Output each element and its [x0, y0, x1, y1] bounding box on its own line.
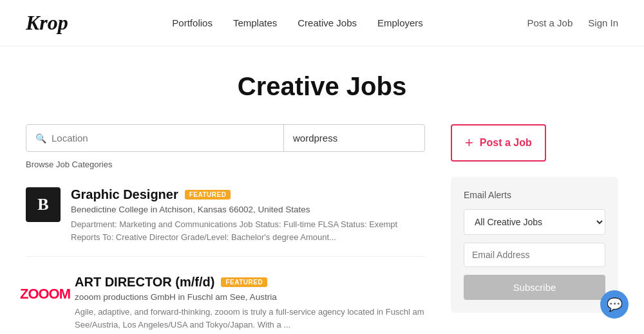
job-title[interactable]: Graphic Designer [71, 187, 178, 202]
job-description: Agile, adaptive, and forward-thinking, z… [75, 306, 425, 331]
content-layout: 🔍 Browse Job Categories B Graph [26, 124, 618, 334]
nav-links: Portfolios Templates Creative Jobs Emplo… [172, 17, 422, 28]
job-listings: B Graphic Designer FEATURED Benedictine … [26, 187, 425, 334]
company-logo-zooom: ZOOOM [26, 275, 64, 313]
post-job-label: Post a Job [480, 137, 532, 149]
featured-badge: FEATURED [221, 277, 267, 287]
job-company: Benedictine College in Atchison, Kansas … [71, 205, 425, 214]
post-job-button[interactable]: + Post a Job [451, 124, 546, 162]
email-address-input[interactable] [464, 243, 605, 267]
subscribe-button[interactable]: Subscribe [464, 275, 605, 300]
nav-employers[interactable]: Employers [377, 17, 423, 28]
job-content: Graphic Designer FEATURED Benedictine Co… [71, 187, 425, 243]
location-field-wrap[interactable]: 🔍 [26, 125, 284, 151]
email-alerts-dropdown[interactable]: All Creative Jobs Design UX/UI Motion Gr… [464, 209, 605, 235]
job-item: ZOOOM ART DIRECTOR (m/f/d) FEATURED zooo… [26, 275, 425, 334]
nav-creative-jobs[interactable]: Creative Jobs [298, 17, 357, 28]
page-title: Creative Jobs [26, 72, 618, 101]
company-logo-benedictine: B [26, 187, 61, 222]
keyword-field-wrap[interactable] [284, 125, 424, 151]
keyword-input[interactable] [284, 125, 424, 151]
email-alerts-box: Email Alerts All Creative Jobs Design UX… [451, 177, 618, 313]
nav-post-job[interactable]: Post a Job [527, 17, 573, 28]
job-title-row: Graphic Designer FEATURED [71, 187, 425, 202]
main-nav: Krop Portfolios Templates Creative Jobs … [0, 0, 644, 46]
chat-icon: 💬 [607, 297, 623, 312]
job-title[interactable]: ART DIRECTOR (m/f/d) [75, 275, 214, 290]
location-input[interactable] [52, 133, 274, 144]
nav-actions: Post a Job Sign In [527, 17, 618, 28]
job-content: ART DIRECTOR (m/f/d) FEATURED zooom prod… [75, 275, 425, 331]
job-title-row: ART DIRECTOR (m/f/d) FEATURED [75, 275, 425, 290]
zooom-logo-text: ZOOOM [20, 286, 70, 302]
email-alerts-title: Email Alerts [464, 190, 605, 200]
nav-portfolios[interactable]: Portfolios [172, 17, 213, 28]
job-item: B Graphic Designer FEATURED Benedictine … [26, 187, 425, 257]
main-content: Creative Jobs 🔍 Browse Job Categories [0, 46, 644, 334]
browse-job-categories-link[interactable]: Browse Job Categories [26, 160, 112, 169]
nav-sign-in[interactable]: Sign In [588, 17, 618, 28]
left-column: 🔍 Browse Job Categories B Graph [26, 124, 425, 334]
featured-badge: FEATURED [185, 190, 231, 199]
right-column: + Post a Job Email Alerts All Creative J… [451, 124, 618, 334]
job-description: Department: Marketing and Communications… [71, 218, 425, 243]
nav-templates[interactable]: Templates [233, 17, 277, 28]
logo[interactable]: Krop [26, 11, 68, 35]
plus-icon: + [465, 135, 473, 151]
search-icon: 🔍 [35, 133, 46, 144]
search-bar: 🔍 [26, 124, 425, 152]
job-company: zooom productions GmbH in Fuschl am See,… [75, 292, 425, 302]
chat-bubble-button[interactable]: 💬 [600, 290, 629, 319]
